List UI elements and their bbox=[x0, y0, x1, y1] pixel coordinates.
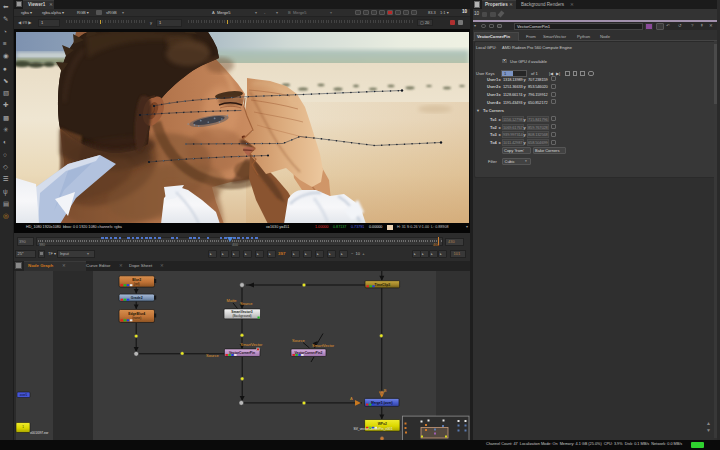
svg-text:Merge5 (over): Merge5 (over) bbox=[371, 400, 393, 404]
svg-text:SmartVector: SmartVector bbox=[240, 342, 263, 347]
svg-text:SV_vectorCornerPin_v001: SV_vectorCornerPin_v001 bbox=[353, 426, 392, 430]
svg-text:(ref): (ref) bbox=[134, 281, 140, 285]
svg-text:SmartVector: SmartVector bbox=[312, 343, 335, 348]
svg-text:over5: over5 bbox=[20, 393, 28, 397]
svg-text:WPo2: WPo2 bbox=[378, 421, 387, 425]
svg-text:v001/097.exr: v001/097.exr bbox=[30, 430, 49, 434]
svg-text:Source: Source bbox=[206, 352, 219, 357]
svg-text:B: B bbox=[384, 387, 387, 392]
svg-text:A: A bbox=[350, 395, 353, 400]
svg-text:(none): (none) bbox=[132, 316, 141, 320]
svg-text:Grade2: Grade2 bbox=[131, 296, 143, 300]
svg-text:Source: Source bbox=[240, 301, 253, 306]
svg-text:(Background): (Background) bbox=[232, 314, 251, 318]
svg-text:Source: Source bbox=[292, 337, 305, 342]
svg-text:TimeClip3: TimeClip3 bbox=[374, 282, 390, 286]
svg-text:Matte: Matte bbox=[227, 297, 238, 302]
